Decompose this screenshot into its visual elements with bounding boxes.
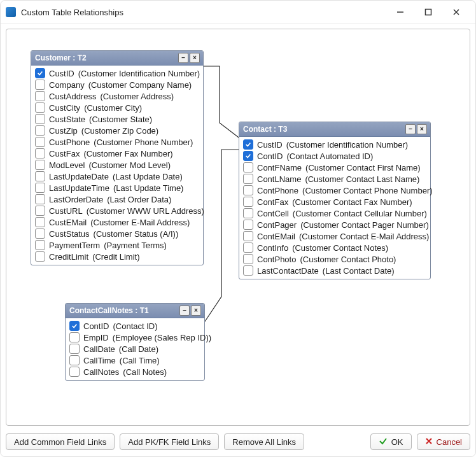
field-checkbox[interactable] <box>69 355 80 365</box>
field-checkbox[interactable] <box>243 254 253 264</box>
field-checkbox[interactable] <box>35 217 45 227</box>
field-row[interactable]: ContFax (Customer Contact Fax Number) <box>242 196 428 207</box>
field-name: CustCity <box>49 103 80 113</box>
table-minimize-icon[interactable]: – <box>178 53 188 63</box>
field-row[interactable]: ContCell (Customer Contact Cellular Numb… <box>242 207 428 219</box>
field-row[interactable]: ModLevel (Customer Mod Level) <box>34 159 200 171</box>
table-close-icon[interactable]: × <box>417 124 427 134</box>
field-description: (Contact Automated ID) <box>286 151 373 161</box>
field-checkbox[interactable] <box>243 174 253 184</box>
field-name: CustFax <box>49 149 80 158</box>
field-row[interactable]: CustAddress (Customer Address) <box>34 90 200 102</box>
field-checkbox[interactable] <box>35 194 45 204</box>
remove-all-links-button[interactable]: Remove All Links <box>224 433 304 450</box>
field-description: (Customer Contact Phone Number) <box>302 186 432 195</box>
field-row[interactable]: CustCity (Customer City) <box>34 102 200 113</box>
field-checkbox[interactable] <box>35 137 45 147</box>
add-common-field-links-button[interactable]: Add Common Field Links <box>6 433 115 450</box>
field-row[interactable]: CustEMail (Customer E-Mail Address) <box>34 216 200 228</box>
table-customer[interactable]: Customer : T2 – × CustID (Customer Ident… <box>31 50 204 265</box>
table-close-icon[interactable]: × <box>190 53 200 63</box>
cancel-button[interactable]: Cancel <box>417 433 470 450</box>
field-checkbox[interactable] <box>243 231 253 241</box>
minimize-button[interactable] <box>386 3 414 21</box>
close-button[interactable] <box>442 3 470 21</box>
field-row[interactable]: CustStatus (Customer Status (A/I)) <box>34 228 200 239</box>
table-header[interactable]: ContactCallNotes : T1 – × <box>66 304 204 318</box>
field-row[interactable]: CallDate (Call Date) <box>68 343 202 355</box>
field-row[interactable]: ContID (Contact ID) <box>68 320 202 332</box>
field-row[interactable]: ContInfo (Customer Contact Notes) <box>242 242 428 253</box>
field-row[interactable]: LastUpdateDate (Last Update Date) <box>34 171 200 182</box>
table-minimize-icon[interactable]: – <box>405 124 416 134</box>
field-checkbox[interactable] <box>243 220 253 230</box>
field-checkbox[interactable] <box>69 321 80 331</box>
field-checkbox[interactable] <box>35 171 45 181</box>
field-row[interactable]: LastUpdateTime (Last Update Time) <box>34 182 200 193</box>
field-row[interactable]: CallNotes (Call Notes) <box>68 366 202 377</box>
relationship-canvas[interactable]: Customer : T2 – × CustID (Customer Ident… <box>6 29 470 425</box>
field-row[interactable]: ContPhone (Customer Contact Phone Number… <box>242 185 428 196</box>
field-row[interactable]: LastContactDate (Last Contact Date) <box>242 265 428 276</box>
table-close-icon[interactable]: × <box>191 306 201 316</box>
field-checkbox[interactable] <box>69 344 80 354</box>
field-name: LastOrderDate <box>49 195 103 204</box>
field-name: ContFName <box>257 163 302 172</box>
field-row[interactable]: CustURL (Customer WWW URL Address) <box>34 205 200 216</box>
field-checkbox[interactable] <box>35 102 45 113</box>
field-row[interactable]: CustPhone (Customer Phone Number) <box>34 136 200 148</box>
field-row[interactable]: ContPager (Customer Contact Pager Number… <box>242 219 428 230</box>
field-row[interactable]: CustFax (Customer Fax Number) <box>34 148 200 159</box>
field-checkbox[interactable] <box>243 185 253 195</box>
field-row[interactable]: CustID (Customer Identification Number) <box>242 139 428 150</box>
field-checkbox[interactable] <box>35 206 45 216</box>
field-checkbox[interactable] <box>243 243 253 253</box>
field-checkbox[interactable] <box>35 240 45 250</box>
add-pk-fk-field-links-button[interactable]: Add PK/FK Field Links <box>120 433 219 450</box>
field-row[interactable]: PaymentTerm (Payment Terms) <box>34 239 200 251</box>
field-checkbox[interactable] <box>69 332 80 342</box>
field-row[interactable]: LastOrderDate (Last Order Data) <box>34 193 200 205</box>
table-contactcallnotes[interactable]: ContactCallNotes : T1 – × ContID (Contac… <box>65 303 205 381</box>
field-checkbox[interactable] <box>243 265 253 276</box>
field-description: (Call Notes) <box>123 367 167 377</box>
field-row[interactable]: ContLName (Customer Contact Last Name) <box>242 173 428 185</box>
field-row[interactable]: ContEMail (Customer Contact E-Mail Addre… <box>242 230 428 242</box>
field-row[interactable]: CallTime (Call Time) <box>68 355 202 366</box>
field-row[interactable]: CustID (Customer Identification Number) <box>34 67 200 79</box>
field-row[interactable]: CustState (Customer State) <box>34 113 200 125</box>
field-checkbox[interactable] <box>35 160 45 170</box>
field-checkbox[interactable] <box>35 229 45 239</box>
table-header[interactable]: Customer : T2 – × <box>31 51 203 66</box>
field-row[interactable]: CreditLimit (Credit Limit) <box>34 251 200 262</box>
field-checkbox[interactable] <box>243 139 253 150</box>
table-title: Contact : T3 <box>243 125 405 134</box>
field-row[interactable]: ContFName (Customer Contact First Name) <box>242 162 428 173</box>
field-checkbox[interactable] <box>35 183 45 193</box>
field-checkbox[interactable] <box>35 68 45 78</box>
table-contact[interactable]: Contact : T3 – × CustID (Customer Identi… <box>239 122 431 279</box>
table-minimize-icon[interactable]: – <box>179 306 190 316</box>
field-checkbox[interactable] <box>35 125 45 136</box>
table-header[interactable]: Contact : T3 – × <box>239 122 430 137</box>
field-checkbox[interactable] <box>243 197 253 207</box>
ok-button[interactable]: OK <box>370 433 412 450</box>
maximize-button[interactable] <box>414 3 442 21</box>
field-name: PaymentTerm <box>49 241 100 250</box>
field-description: (Customer Contact Fax Number) <box>292 197 412 207</box>
field-checkbox[interactable] <box>35 114 45 124</box>
field-checkbox[interactable] <box>35 148 45 158</box>
field-checkbox[interactable] <box>35 80 45 90</box>
field-checkbox[interactable] <box>243 162 253 172</box>
field-checkbox[interactable] <box>69 367 80 377</box>
field-row[interactable]: ContPhoto (Customer Contact Photo) <box>242 253 428 265</box>
field-checkbox[interactable] <box>35 251 45 262</box>
field-checkbox[interactable] <box>35 91 45 101</box>
field-description: (Customer E-Mail Address) <box>90 218 190 227</box>
field-row[interactable]: EmpID (Employee (Sales Rep ID)) <box>68 332 202 343</box>
field-checkbox[interactable] <box>243 151 253 161</box>
field-row[interactable]: CustZip (Customer Zip Code) <box>34 125 200 136</box>
field-checkbox[interactable] <box>243 208 253 218</box>
field-row[interactable]: Company (Customer Company Name) <box>34 79 200 90</box>
field-row[interactable]: ContID (Contact Automated ID) <box>242 150 428 162</box>
